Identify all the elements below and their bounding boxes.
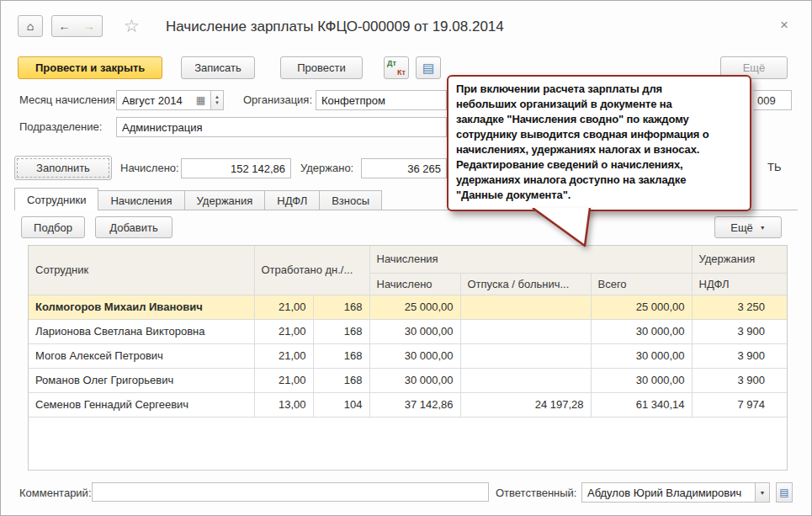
home-icon: ⌂: [27, 19, 34, 33]
cell-total[interactable]: 30 000,00: [591, 368, 692, 392]
post-button[interactable]: Провести: [280, 56, 363, 79]
more-button-label: Ещё: [730, 221, 753, 234]
cell-total[interactable]: 25 000,00: [591, 295, 692, 319]
table-row[interactable]: Семенов Геннадий Сергеевич 13,00 104 37 …: [29, 392, 788, 417]
cell-ndfl[interactable]: 3 900: [692, 368, 788, 392]
more-button-table[interactable]: Ещё ▼: [714, 216, 782, 238]
cell-vacation[interactable]: [460, 368, 591, 392]
report-button[interactable]: ▤: [416, 56, 441, 79]
accrued-label: Начислено:: [120, 162, 179, 174]
table-row[interactable]: Могов Алексей Петрович 21,00 168 30 000,…: [29, 343, 788, 368]
cell-accrued[interactable]: 25 000,00: [369, 295, 460, 319]
tab-employees[interactable]: Сотрудники: [14, 188, 98, 210]
cell-employee[interactable]: Ларионова Светлана Викторовна: [29, 319, 254, 343]
cell-hours[interactable]: 104: [313, 392, 369, 417]
accrued-field[interactable]: 152 142,86: [181, 158, 291, 178]
cell-hours[interactable]: 168: [313, 368, 369, 392]
post-and-close-button[interactable]: Провести и закрыть: [18, 56, 162, 79]
forward-button[interactable]: →: [77, 15, 103, 37]
responsible-field[interactable]: Абдулов Юрий Владимирович: [581, 482, 756, 503]
tab-contributions[interactable]: Взносы: [320, 190, 382, 210]
cell-accrued[interactable]: 30 000,00: [369, 343, 460, 368]
col-vacation: Отпуска / больнич...: [460, 273, 591, 295]
dt-icon: Дт: [387, 59, 396, 67]
cell-employee[interactable]: Могов Алексей Петрович: [29, 343, 254, 368]
calendar-icon[interactable]: ▦: [196, 94, 205, 106]
cell-ndfl[interactable]: 3 250: [692, 295, 788, 319]
save-button[interactable]: Записать: [181, 56, 255, 79]
table-row[interactable]: Романов Олег Григорьевич 21,00 168 30 00…: [29, 368, 788, 392]
cell-days[interactable]: 21,00: [254, 295, 313, 319]
cell-total[interactable]: 30 000,00: [591, 343, 692, 368]
month-label: Месяц начисления:: [19, 93, 118, 106]
add-button[interactable]: Добавить: [95, 216, 172, 238]
month-field[interactable]: Август 2014 ▦: [116, 90, 211, 110]
organization-value: Конфетпром: [321, 94, 441, 107]
cell-accrued[interactable]: 30 000,00: [369, 319, 460, 343]
tab-ndfl[interactable]: НДФЛ: [265, 190, 320, 210]
cell-hours[interactable]: 168: [313, 343, 369, 368]
responsible-open-button[interactable]: ▤: [776, 482, 793, 503]
cell-ndfl[interactable]: 3 900: [692, 319, 788, 343]
department-value: Администрация: [122, 121, 441, 134]
back-button[interactable]: ←: [51, 15, 77, 37]
cell-accrued[interactable]: 30 000,00: [369, 368, 460, 392]
favorite-star-icon[interactable]: ☆: [124, 16, 140, 36]
document-number-fragment-text: 009: [757, 94, 776, 107]
month-spinner[interactable]: ▲ ▼: [211, 90, 224, 110]
table-row[interactable]: Колмогоров Михаил Иванович 21,00 168 25 …: [29, 295, 788, 319]
cell-hours[interactable]: 168: [313, 319, 369, 343]
cell-vacation[interactable]: 24 197,28: [460, 392, 591, 417]
col-employee: Сотрудник: [29, 246, 254, 295]
responsible-value: Абдулов Юрий Владимирович: [587, 487, 750, 499]
cell-days[interactable]: 21,00: [254, 368, 313, 392]
pick-button[interactable]: Подбор: [21, 216, 85, 238]
cell-days[interactable]: 21,00: [254, 319, 313, 343]
tab-deductions[interactable]: Удержания: [185, 190, 266, 210]
cell-ndfl[interactable]: 3 900: [692, 343, 788, 368]
open-icon: ▤: [779, 487, 788, 498]
close-icon[interactable]: ×: [780, 17, 788, 34]
cell-days[interactable]: 21,00: [254, 343, 313, 368]
cell-employee[interactable]: Семенов Геннадий Сергеевич: [29, 392, 254, 417]
spin-up-icon[interactable]: ▲: [215, 94, 220, 100]
department-field[interactable]: Администрация: [116, 117, 447, 137]
cell-employee[interactable]: Романов Олег Григорьевич: [29, 368, 254, 392]
cell-total[interactable]: 61 340,14: [591, 392, 692, 417]
spin-down-icon[interactable]: ▼: [215, 100, 220, 106]
tab-accruals[interactable]: Начисления: [98, 190, 184, 210]
fill-button[interactable]: Заполнить: [14, 156, 112, 180]
back-icon: ←: [59, 19, 71, 33]
comment-label: Комментарий:: [19, 487, 92, 499]
home-button[interactable]: ⌂: [18, 15, 43, 37]
table-row[interactable]: Ларионова Светлана Викторовна 21,00 168 …: [29, 319, 788, 343]
cell-vacation[interactable]: [460, 343, 591, 368]
cell-days[interactable]: 13,00: [254, 392, 313, 417]
cell-total[interactable]: 30 000,00: [591, 319, 692, 343]
col-ndfl: НДФЛ: [692, 273, 788, 295]
cell-vacation[interactable]: [460, 319, 591, 343]
withheld-value: 36 265: [407, 162, 441, 175]
dt-kt-button[interactable]: Дт Кт: [384, 56, 409, 79]
cell-hours[interactable]: 168: [313, 295, 369, 319]
employees-table: Сотрудник Отработано дн./... Начисления …: [28, 245, 788, 471]
cell-accrued[interactable]: 37 142,86: [369, 392, 460, 417]
document-number-fragment[interactable]: 009: [754, 90, 792, 110]
comment-input[interactable]: [92, 482, 489, 502]
cell-employee[interactable]: Колмогоров Михаил Иванович: [29, 295, 254, 319]
help-tooltip: При включении расчета зарплаты для небол…: [447, 75, 751, 211]
withheld-field[interactable]: 36 265: [361, 158, 447, 178]
col-total: Всего: [591, 273, 692, 295]
organization-label: Организация:: [243, 93, 312, 106]
page-title: Начисление зарплаты КФЦО-000009 от 19.08…: [166, 19, 504, 35]
hidden-button-fragment[interactable]: ТЬ: [767, 161, 781, 173]
responsible-dropdown-button[interactable]: ▼: [756, 482, 770, 503]
kt-icon: Кт: [397, 68, 406, 77]
chevron-down-icon: ▼: [760, 490, 766, 496]
col-worked: Отработано дн./...: [254, 246, 369, 295]
organization-field[interactable]: Конфетпром: [316, 90, 447, 110]
col-accrued: Начислено: [369, 273, 460, 295]
cell-ndfl[interactable]: 7 974: [692, 392, 788, 417]
accrued-value: 152 142,86: [231, 162, 285, 175]
cell-vacation[interactable]: [460, 295, 591, 319]
